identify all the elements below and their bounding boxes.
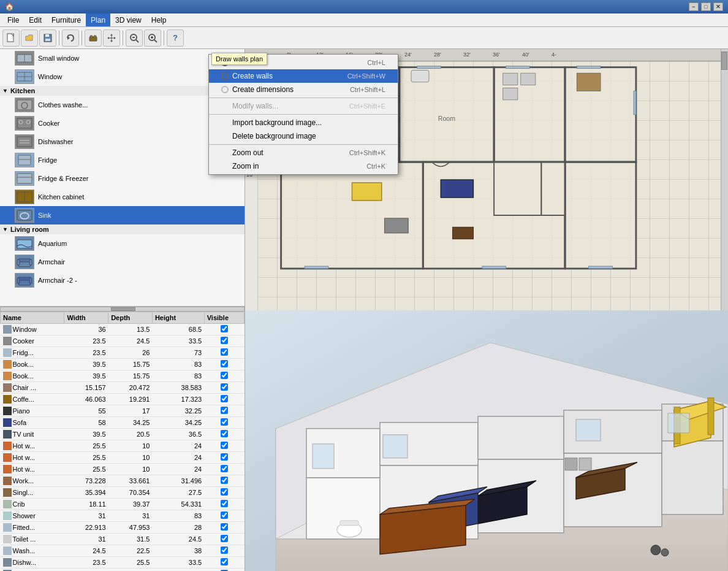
- visible-checkbox[interactable]: [221, 348, 228, 356]
- table-row[interactable]: Hot w... 25.5 10 24: [1, 452, 245, 464]
- visible-checkbox[interactable]: [221, 395, 228, 402]
- table-row[interactable]: Cooker 23.5 24.5 33.5: [1, 335, 245, 347]
- visible-checkbox[interactable]: [221, 407, 228, 414]
- visible-checkbox[interactable]: [221, 453, 228, 461]
- table-row[interactable]: Book... 39.5 15.75 83: [1, 370, 245, 382]
- menu-create-walls[interactable]: Create walls Ctrl+Shift+W: [209, 69, 398, 83]
- table-row[interactable]: Chair ... 15.157 20.472 38.583: [1, 382, 245, 394]
- table-row[interactable]: Toilet ... 31 31.5 24.5: [1, 534, 245, 545]
- visible-checkbox[interactable]: [221, 442, 228, 449]
- plan-vscroll[interactable]: [721, 49, 728, 310]
- furniture-item-aquarium[interactable]: Aquarium: [0, 234, 245, 253]
- menu-edit[interactable]: Edit: [24, 13, 47, 26]
- cell-visible[interactable]: [204, 534, 244, 545]
- cell-visible[interactable]: [204, 405, 244, 417]
- col-width[interactable]: Width: [64, 312, 108, 324]
- col-name[interactable]: Name: [1, 312, 64, 324]
- col-depth[interactable]: Depth: [108, 312, 153, 324]
- close-btn[interactable]: ✕: [713, 2, 723, 11]
- visible-checkbox[interactable]: [221, 325, 228, 332]
- menu-file[interactable]: File: [2, 13, 24, 26]
- minimize-btn[interactable]: −: [689, 2, 699, 11]
- visible-checkbox[interactable]: [221, 535, 228, 542]
- visible-checkbox[interactable]: [221, 337, 228, 344]
- cell-visible[interactable]: [204, 464, 244, 475]
- visible-checkbox[interactable]: [221, 372, 228, 379]
- cell-visible[interactable]: [204, 569, 244, 572]
- menu-import-bg[interactable]: Import background image...: [209, 116, 398, 129]
- table-row[interactable]: Fitted... 22.913 47.953 28: [1, 522, 245, 534]
- cell-visible[interactable]: [204, 487, 244, 499]
- menu-delete-bg[interactable]: Delete background image: [209, 129, 398, 143]
- cell-visible[interactable]: [204, 324, 244, 335]
- cell-visible[interactable]: [204, 359, 244, 370]
- open-button[interactable]: [21, 29, 38, 47]
- move-button[interactable]: [103, 29, 120, 47]
- new-button[interactable]: [2, 29, 20, 47]
- table-row[interactable]: Singl... 35.394 70.354 27.5: [1, 487, 245, 499]
- col-height[interactable]: Height: [152, 312, 204, 324]
- menu-zoom-in[interactable]: Zoom in Ctrl+K: [209, 159, 398, 173]
- table-row[interactable]: TV unit 39.5 20.5 36.5: [1, 429, 245, 440]
- add-furniture-button[interactable]: [85, 29, 102, 47]
- visible-checkbox[interactable]: [221, 418, 228, 426]
- table-row[interactable]: Wash... 24.5 22.5 38: [1, 545, 245, 557]
- menu-help[interactable]: Help: [146, 13, 172, 26]
- visible-checkbox[interactable]: [221, 546, 228, 554]
- help-button[interactable]: ?: [167, 29, 184, 47]
- zoom-out-button[interactable]: [126, 29, 143, 47]
- menu-3dview[interactable]: 3D view: [110, 13, 146, 26]
- table-row[interactable]: Piano 55 17 32.25: [1, 405, 245, 417]
- undo-button[interactable]: [62, 29, 79, 47]
- cell-visible[interactable]: [204, 557, 244, 569]
- cell-visible[interactable]: [204, 475, 244, 487]
- cell-visible[interactable]: [204, 335, 244, 347]
- table-row[interactable]: Crib 18.11 39.37 54.331: [1, 499, 245, 510]
- table-row[interactable]: Dishw... 23.5 25.5 33.5: [1, 557, 245, 569]
- table-row[interactable]: Window 36 13.5 68.5: [1, 324, 245, 335]
- menu-furniture[interactable]: Furniture: [47, 13, 86, 26]
- list-scrollbar[interactable]: [0, 307, 245, 312]
- table-row[interactable]: Coffe... 46.063 19.291 17.323: [1, 394, 245, 405]
- visible-checkbox[interactable]: [221, 488, 228, 496]
- table-row[interactable]: Book... 39.5 15.75 83: [1, 359, 245, 370]
- cell-visible[interactable]: [204, 545, 244, 557]
- maximize-btn[interactable]: □: [701, 2, 711, 11]
- cell-visible[interactable]: [204, 440, 244, 452]
- visible-checkbox[interactable]: [221, 477, 228, 484]
- col-visible[interactable]: Visible: [204, 312, 244, 324]
- cell-visible[interactable]: [204, 510, 244, 522]
- cell-visible[interactable]: [204, 382, 244, 394]
- table-row[interactable]: Hot w... 25.5 10 24: [1, 464, 245, 475]
- cell-visible[interactable]: [204, 394, 244, 405]
- visible-checkbox[interactable]: [221, 360, 228, 367]
- cell-visible[interactable]: [204, 370, 244, 382]
- visible-checkbox[interactable]: [221, 383, 228, 391]
- visible-checkbox[interactable]: [221, 500, 228, 507]
- cell-visible[interactable]: [204, 347, 244, 359]
- visible-checkbox[interactable]: [221, 465, 228, 472]
- menu-create-dimensions[interactable]: Create dimensions Ctrl+Shift+L: [209, 83, 398, 96]
- menu-plan[interactable]: Plan: [86, 13, 110, 26]
- furniture-item-armchair-2[interactable]: Armchair -2 -: [0, 271, 245, 289]
- cell-visible[interactable]: [204, 417, 244, 429]
- table-row[interactable]: Work... 73.228 33.661 31.496: [1, 475, 245, 487]
- cell-visible[interactable]: [204, 522, 244, 534]
- furniture-item-kitchen-cabinet[interactable]: Kitchen cabinet: [0, 188, 245, 206]
- cell-visible[interactable]: [204, 452, 244, 464]
- visible-checkbox[interactable]: [221, 430, 228, 437]
- cell-visible[interactable]: [204, 499, 244, 510]
- category-living-room[interactable]: ▼ Living room: [0, 224, 245, 234]
- table-row[interactable]: Hot w... 25.5 10 24: [1, 440, 245, 452]
- furniture-item-sink[interactable]: Sink: [0, 206, 245, 224]
- visible-checkbox[interactable]: [221, 558, 228, 565]
- table-row[interactable]: Shower 31 31 83: [1, 510, 245, 522]
- visible-checkbox[interactable]: [221, 512, 228, 519]
- table-row[interactable]: Fridg... 23.5 26 73: [1, 347, 245, 359]
- furniture-item-armchair[interactable]: Armchair: [0, 253, 245, 271]
- zoom-in-button[interactable]: [144, 29, 161, 47]
- visible-checkbox[interactable]: [221, 523, 228, 531]
- table-row[interactable]: Sofa 58 34.25 34.25: [1, 417, 245, 429]
- menu-zoom-out[interactable]: Zoom out Ctrl+Shift+K: [209, 146, 398, 159]
- cell-visible[interactable]: [204, 429, 244, 440]
